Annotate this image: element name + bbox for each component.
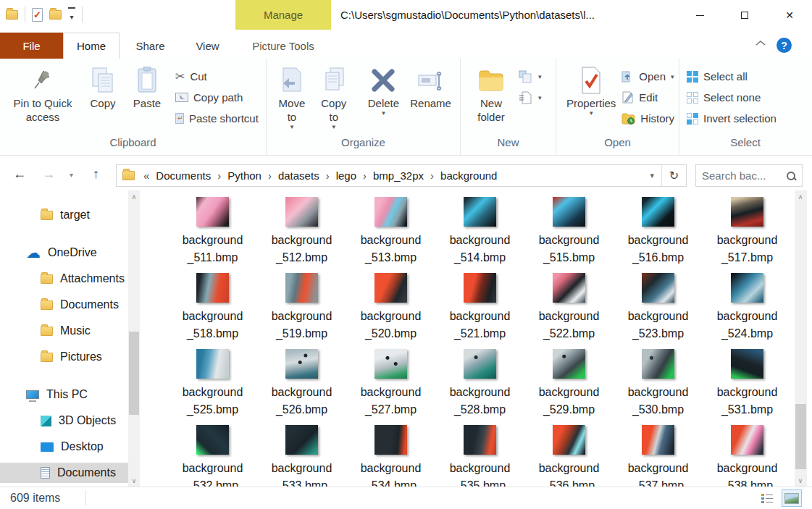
breadcrumb-segment-lego[interactable]: lego: [333, 169, 359, 182]
back-button[interactable]: ←: [13, 167, 26, 182]
breadcrumb-separator[interactable]: ›: [214, 169, 225, 182]
refresh-button[interactable]: ↻: [661, 165, 686, 186]
scroll-down-icon[interactable]: ∨: [795, 474, 806, 487]
file-item[interactable]: background_534.bmp: [346, 425, 435, 487]
file-item[interactable]: background_511.bmp: [168, 197, 257, 273]
file-grid-scrollbar-thumb[interactable]: [795, 404, 806, 469]
invert-selection-button[interactable]: Invert selection: [687, 108, 777, 129]
history-button[interactable]: History: [621, 108, 674, 129]
file-item[interactable]: background_530.bmp: [614, 349, 703, 425]
search-box[interactable]: [695, 164, 803, 187]
easy-access-button[interactable]: ▾: [519, 66, 542, 87]
sidebar-item-pictures[interactable]: Pictures: [0, 347, 128, 367]
breadcrumb-segment-bmp_32px[interactable]: bmp_32px: [370, 169, 427, 182]
tab-picture-tools[interactable]: Picture Tools: [235, 33, 331, 59]
file-item[interactable]: background_518.bmp: [168, 273, 257, 349]
copy-path-button[interactable]: \\... Copy path: [175, 87, 259, 108]
tab-home[interactable]: Home: [63, 33, 120, 59]
copy-button[interactable]: Copy: [85, 64, 121, 110]
file-item[interactable]: background_525.bmp: [168, 349, 257, 425]
breadcrumb-separator[interactable]: ›: [264, 169, 275, 182]
collapse-ribbon-button[interactable]: [756, 40, 769, 51]
up-button[interactable]: ↑: [93, 167, 99, 182]
delete-button[interactable]: Delete ▾: [365, 64, 403, 116]
sidebar-item-music[interactable]: Music: [0, 321, 128, 341]
edit-button[interactable]: Edit: [621, 87, 674, 108]
sidebar-scrollbar[interactable]: ∧ ∨: [128, 190, 140, 487]
paste-button[interactable]: Paste: [128, 64, 166, 110]
sidebar-item-3d-objects[interactable]: 3D Objects: [0, 411, 128, 431]
minimize-button[interactable]: [677, 0, 722, 30]
search-input[interactable]: [702, 169, 786, 182]
file-item[interactable]: background_522.bmp: [524, 273, 614, 349]
file-item[interactable]: background_523.bmp: [614, 273, 703, 349]
select-none-button[interactable]: Select none: [687, 87, 777, 108]
maximize-button[interactable]: [722, 0, 767, 30]
sidebar-item-documents[interactable]: Documents: [0, 463, 128, 483]
properties-button[interactable]: Properties ▾: [564, 64, 618, 116]
file-item[interactable]: background_520.bmp: [346, 273, 435, 349]
file-item[interactable]: background_538.bmp: [703, 425, 792, 487]
breadcrumb-segment-datasets[interactable]: datasets: [275, 169, 322, 182]
move-to-button[interactable]: Move to ▾: [275, 64, 309, 130]
file-item[interactable]: background_532.bmp: [168, 425, 257, 487]
new-folder-qat-icon[interactable]: [49, 10, 62, 20]
close-button[interactable]: ✕: [767, 0, 812, 30]
file-item[interactable]: background_528.bmp: [435, 349, 524, 425]
sidebar-item-attachments[interactable]: Attachments: [0, 269, 128, 289]
file-item[interactable]: background_526.bmp: [257, 349, 346, 425]
breadcrumb-segment-Documents[interactable]: Documents: [153, 169, 214, 182]
sidebar-item-target[interactable]: target: [0, 205, 128, 225]
properties-icon[interactable]: ✓: [32, 8, 43, 22]
file-item[interactable]: background_517.bmp: [703, 197, 792, 273]
file-item[interactable]: background_537.bmp: [614, 425, 703, 487]
breadcrumb-segment-Python[interactable]: Python: [225, 169, 264, 182]
file-item[interactable]: background_535.bmp: [435, 425, 524, 487]
details-view-button[interactable]: [757, 489, 777, 507]
new-item-button[interactable]: ▾: [519, 87, 542, 108]
file-item[interactable]: background_519.bmp: [257, 273, 346, 349]
new-folder-button[interactable]: New folder: [469, 64, 514, 124]
forward-button[interactable]: →: [42, 167, 55, 182]
file-item[interactable]: background_536.bmp: [524, 425, 614, 487]
scroll-up-icon[interactable]: ∧: [795, 190, 806, 203]
breadcrumb-separator[interactable]: ›: [359, 169, 370, 182]
breadcrumb-segment-background[interactable]: background: [438, 169, 500, 182]
file-item[interactable]: background_516.bmp: [614, 197, 703, 273]
file-item[interactable]: background_521.bmp: [435, 273, 524, 349]
tab-file[interactable]: File: [0, 33, 63, 59]
cut-button[interactable]: ✂ Cut: [175, 66, 259, 87]
file-item[interactable]: background_513.bmp: [346, 197, 435, 273]
address-dropdown-button[interactable]: ▾: [643, 171, 661, 180]
thumbnail-view-button[interactable]: [782, 489, 802, 507]
scroll-down-icon[interactable]: ∨: [128, 474, 140, 487]
sidebar-item-this-pc[interactable]: This PC: [0, 384, 128, 405]
file-item[interactable]: background_512.bmp: [257, 197, 346, 273]
sidebar-item-onedrive[interactable]: ☁ OneDrive: [0, 243, 128, 263]
file-grid-scrollbar[interactable]: ∧ ∨: [795, 190, 807, 487]
manage-tab-badge[interactable]: Manage: [235, 0, 331, 30]
recent-locations-button[interactable]: ▾: [70, 171, 73, 179]
sidebar-item-documents[interactable]: Documents: [0, 295, 128, 315]
help-button[interactable]: ?: [777, 38, 792, 53]
tab-view[interactable]: View: [181, 33, 234, 59]
copy-to-button[interactable]: Copy to ▾: [317, 64, 351, 130]
file-item[interactable]: background_527.bmp: [346, 349, 435, 425]
tab-share[interactable]: Share: [120, 33, 181, 59]
select-all-button[interactable]: Select all: [687, 66, 777, 87]
rename-button[interactable]: Rename: [409, 64, 452, 110]
sidebar-scrollbar-thumb[interactable]: [129, 332, 139, 415]
file-item[interactable]: background_529.bmp: [524, 349, 614, 425]
breadcrumb-separator[interactable]: ›: [427, 169, 438, 182]
file-item[interactable]: background_514.bmp: [435, 197, 524, 273]
scroll-up-icon[interactable]: ∧: [128, 190, 140, 203]
file-item[interactable]: background_531.bmp: [703, 349, 792, 425]
open-button[interactable]: Open ▾: [621, 66, 674, 87]
file-item[interactable]: background_515.bmp: [524, 197, 614, 273]
paste-shortcut-button[interactable]: Paste shortcut: [175, 108, 259, 129]
address-bar[interactable]: « Documents›Python›datasets›lego›bmp_32p…: [116, 164, 687, 187]
customize-qat-button[interactable]: ▾: [68, 7, 75, 22]
file-item[interactable]: background_533.bmp: [257, 425, 346, 487]
breadcrumb-separator[interactable]: ›: [322, 169, 333, 182]
sidebar-item-desktop[interactable]: Desktop: [0, 437, 128, 457]
